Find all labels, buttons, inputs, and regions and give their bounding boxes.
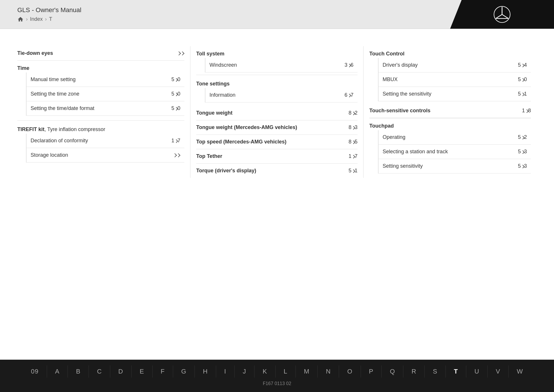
column-1: Tie-down eyes Time Manual time setting 5… (17, 46, 190, 178)
alpha-a[interactable]: A (47, 365, 68, 378)
entry-page: 53 (518, 163, 527, 169)
entry-tie-down-eyes[interactable]: Tie-down eyes (17, 46, 184, 61)
entry-page: 36 (345, 62, 353, 68)
alpha-q[interactable]: Q (382, 365, 403, 378)
breadcrumb-index[interactable]: Index (30, 16, 43, 22)
alpha-i[interactable]: I (216, 365, 235, 378)
sub-entry-setting-sensitivity-touchpad[interactable]: Setting sensitivity 53 (379, 159, 531, 173)
entry-page: 18 (522, 108, 531, 114)
breadcrumb-sep-1: › (26, 16, 28, 22)
entry-page: 82 (349, 110, 358, 116)
entry-label: MBUX (383, 76, 398, 83)
entry-label: Selecting a station and track (383, 149, 448, 155)
entry-page: 53 (518, 149, 527, 155)
entry-page: 17 (171, 138, 180, 144)
breadcrumb-sep-2: › (45, 16, 47, 22)
header: GLS - Owner's Manual › Index › T (0, 0, 554, 29)
entry-label: Declaration of conformity (31, 138, 88, 144)
alpha-h[interactable]: H (195, 365, 216, 378)
entry-top-tether[interactable]: Top Tether 17 (196, 149, 358, 164)
entry-label: Touch Control (369, 51, 405, 57)
alpha-d[interactable]: D (110, 365, 132, 378)
alpha-u[interactable]: U (466, 365, 488, 378)
alpha-l[interactable]: L (276, 365, 296, 378)
alpha-k[interactable]: K (254, 365, 276, 378)
sub-entry-drivers-display[interactable]: Driver's display 54 (379, 58, 531, 72)
alpha-m[interactable]: M (296, 365, 318, 378)
column-2: Toll system Windscreen 36 Tone settings … (190, 46, 364, 178)
alpha-p[interactable]: P (361, 365, 382, 378)
sub-entry-windscreen[interactable]: Windscreen 36 (205, 58, 358, 72)
sub-entry-setting-sensitivity[interactable]: Setting the sensitivity 51 (379, 87, 531, 101)
alpha-b[interactable]: B (68, 365, 89, 378)
entry-label: Tongue weight (Mercedes-AMG vehicles) (196, 124, 297, 130)
entry-label: Torque (driver's display) (196, 168, 256, 174)
sub-entry-storage[interactable]: Storage location (27, 148, 184, 163)
sub-entry-select-station[interactable]: Selecting a station and track 53 (379, 145, 531, 159)
entry-label: TIREFIT kit (17, 126, 44, 132)
entry-touchpad-header: Touchpad (369, 118, 531, 130)
entry-tongue-weight-amg[interactable]: Tongue weight (Mercedes-AMG vehicles) 83 (196, 120, 358, 135)
sub-entry-operating[interactable]: Operating 52 (379, 130, 531, 145)
entry-page: 50 (518, 76, 527, 83)
entry-label: Driver's display (383, 62, 418, 68)
alpha-r[interactable]: R (403, 365, 425, 378)
column-3: Touch Control Driver's display 54 MBUX 5… (364, 46, 537, 178)
breadcrumb: › Index › T (17, 16, 81, 23)
entry-page (177, 52, 184, 55)
entry-page: 85 (349, 139, 358, 145)
sub-entry-declaration[interactable]: Declaration of conformity 17 (27, 134, 184, 148)
tirefit-sub-entries: Declaration of conformity 17 Storage loc… (26, 134, 184, 163)
document-title: GLS - Owner's Manual (17, 6, 81, 14)
entry-page (173, 154, 180, 157)
entry-label: Setting the sensitivity (383, 91, 431, 97)
alpha-e[interactable]: E (132, 365, 153, 378)
main-content: Tie-down eyes Time Manual time setting 5… (0, 29, 554, 360)
entry-label: Setting sensitivity (383, 163, 423, 169)
entry-label: Information (209, 92, 235, 98)
entry-torque[interactable]: Torque (driver's display) 51 (196, 164, 358, 178)
alpha-n[interactable]: N (318, 365, 339, 378)
alpha-c[interactable]: C (89, 365, 110, 378)
alpha-w[interactable]: W (509, 365, 531, 378)
entry-tirefit-header: TIREFIT kit, Tyre inflation compressor (17, 120, 184, 134)
entry-touch-sensitive[interactable]: Touch-sensitive controls 18 (369, 104, 531, 118)
entry-label: Tone settings (196, 81, 230, 87)
entry-top-speed-amg[interactable]: Top speed (Mercedes-AMG vehicles) 85 (196, 135, 358, 149)
alpha-j[interactable]: J (235, 365, 254, 378)
alpha-v[interactable]: V (488, 365, 509, 378)
entry-page: 51 (518, 91, 527, 97)
entry-label: Manual time setting (31, 76, 76, 83)
sub-entry-time-date[interactable]: Setting the time/date format 50 (27, 101, 184, 116)
entry-tongue-weight[interactable]: Tongue weight 82 (196, 106, 358, 120)
alpha-g[interactable]: G (173, 365, 195, 378)
entry-time-header: Time (17, 61, 184, 72)
entry-page: 52 (518, 134, 527, 140)
header-left: GLS - Owner's Manual › Index › T (0, 2, 99, 27)
entry-label: Tongue weight (196, 110, 233, 116)
entry-page: 51 (349, 168, 358, 174)
touchpad-sub-entries: Operating 52 Selecting a station and tra… (378, 130, 531, 173)
touch-control-sub-entries: Driver's display 54 MBUX 50 Setting the … (378, 58, 531, 101)
entry-page: 67 (345, 92, 353, 98)
entry-label: Top speed (Mercedes-AMG vehicles) (196, 139, 287, 145)
entry-label: Touchpad (369, 123, 394, 129)
logo-area (450, 0, 554, 29)
alpha-o[interactable]: O (339, 365, 361, 378)
alpha-s[interactable]: S (425, 365, 446, 378)
entry-label: Toll system (196, 51, 224, 57)
sub-entry-information[interactable]: Information 67 (205, 88, 358, 102)
sub-entry-mbux[interactable]: MBUX 50 (379, 72, 531, 87)
time-sub-entries: Manual time setting 50 Setting the time … (26, 72, 184, 116)
sub-entry-time-zone[interactable]: Setting the time zone 50 (27, 87, 184, 101)
index-columns: Tie-down eyes Time Manual time setting 5… (17, 46, 537, 178)
entry-label: Setting the time/date format (31, 105, 94, 111)
home-icon[interactable] (17, 16, 24, 23)
entry-page: 50 (171, 76, 180, 83)
alpha-f[interactable]: F (153, 365, 173, 378)
alpha-t[interactable]: T (446, 365, 466, 378)
alphabet-nav: 09 A B C D E F G H I J K L M N O P Q R S… (17, 365, 537, 378)
entry-label: Windscreen (209, 62, 237, 68)
sub-entry-manual-time[interactable]: Manual time setting 50 (27, 72, 184, 87)
alpha-09[interactable]: 09 (23, 365, 47, 378)
